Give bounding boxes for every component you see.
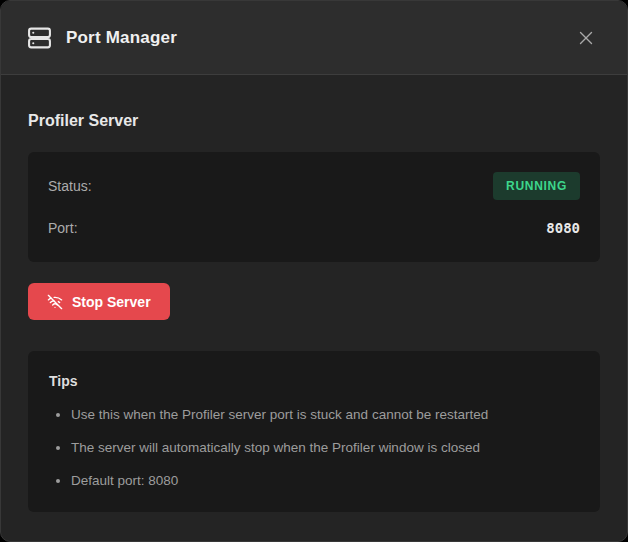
section-title: Profiler Server <box>28 111 600 131</box>
status-row: Status: RUNNING <box>48 172 580 200</box>
tip-item: The server will automatically stop when … <box>71 438 579 458</box>
tip-item: Use this when the Profiler server port i… <box>71 405 579 425</box>
close-icon <box>578 30 594 46</box>
port-row: Port: 8080 <box>48 214 580 242</box>
stop-server-button[interactable]: Stop Server <box>28 283 170 320</box>
status-badge: RUNNING <box>493 172 580 200</box>
status-label: Status: <box>48 178 92 194</box>
dialog-body: Profiler Server Status: RUNNING Port: 80… <box>1 75 627 541</box>
server-icon <box>27 25 52 51</box>
status-panel: Status: RUNNING Port: 8080 <box>28 152 600 262</box>
dialog-header: Port Manager <box>1 1 627 75</box>
tip-item: Default port: 8080 <box>71 471 579 491</box>
port-manager-dialog: Port Manager Profiler Server Status: RUN… <box>0 0 628 542</box>
tips-panel: Tips Use this when the Profiler server p… <box>28 351 600 512</box>
port-label: Port: <box>48 220 78 236</box>
close-button[interactable] <box>571 23 601 53</box>
dialog-title: Port Manager <box>66 28 177 48</box>
tips-title: Tips <box>49 372 579 390</box>
wifi-off-icon <box>47 294 63 310</box>
stop-server-label: Stop Server <box>72 294 151 310</box>
port-value: 8080 <box>546 220 580 236</box>
tips-list: Use this when the Profiler server port i… <box>49 405 579 491</box>
